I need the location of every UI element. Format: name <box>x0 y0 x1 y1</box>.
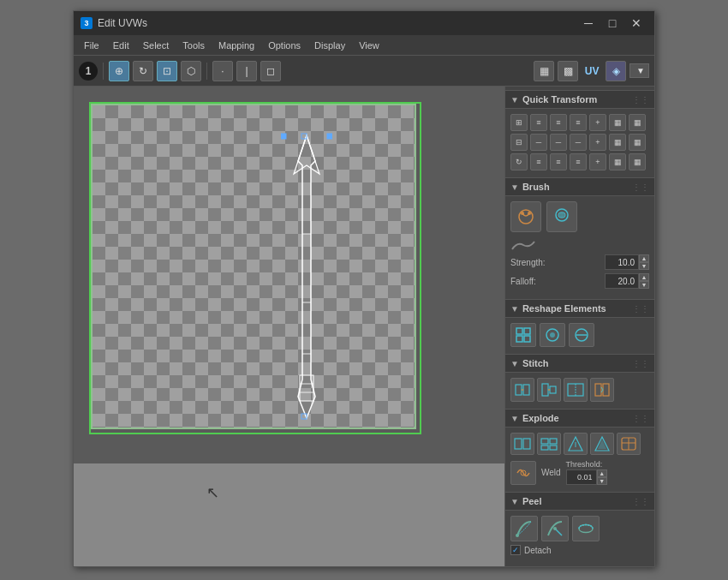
grid-s-button[interactable]: ▦ <box>609 153 626 170</box>
checker-dropdown[interactable]: ▼ <box>630 63 649 78</box>
distribute-h-button[interactable]: ≡ <box>530 114 547 131</box>
grid-h2-button[interactable]: ▦ <box>629 114 646 131</box>
close-button[interactable]: ✕ <box>625 15 647 32</box>
grid-s2-button[interactable]: ▦ <box>629 153 646 170</box>
scale-h3-button[interactable]: ≡ <box>570 153 587 170</box>
rotate-cw-button[interactable]: ↻ <box>510 153 528 170</box>
grid-v2-button[interactable]: ▦ <box>629 134 646 151</box>
plus-s-button[interactable]: + <box>589 153 606 170</box>
reshape-flatten-button[interactable] <box>569 323 594 347</box>
menu-mapping[interactable]: Mapping <box>212 35 261 55</box>
svg-rect-36 <box>523 439 530 449</box>
grid-v-button[interactable]: ▦ <box>609 134 626 151</box>
distribute-h3-button[interactable]: ≡ <box>570 114 587 131</box>
explode-4-button[interactable] <box>590 433 614 455</box>
grid-h-button[interactable]: ▦ <box>609 114 626 131</box>
menu-view[interactable]: View <box>352 35 386 55</box>
peel-1-button[interactable] <box>510 516 538 541</box>
plus-v-button[interactable]: + <box>589 134 606 151</box>
align-right-button[interactable]: ⊟ <box>510 134 528 151</box>
svg-marker-1 <box>294 135 319 174</box>
menu-select[interactable]: Select <box>136 35 176 55</box>
menu-file[interactable]: File <box>77 35 106 55</box>
weld-button[interactable] <box>510 461 536 485</box>
brush-header[interactable]: ▼ Brush ⋮⋮ <box>505 177 654 196</box>
svg-marker-44 <box>598 439 606 449</box>
relax-brush-button[interactable] <box>510 201 541 232</box>
minimize-button[interactable]: ─ <box>577 15 600 32</box>
threshold-label: Threshold: <box>566 460 607 469</box>
transform-row-3: ↻ ≡ ≡ ≡ + ▦ ▦ <box>510 153 649 170</box>
strength-up-button[interactable]: ▲ <box>639 254 649 262</box>
title-controls: ─ □ ✕ <box>577 15 647 32</box>
explode-1-button[interactable] <box>510 433 534 455</box>
material-icon-button[interactable]: ◈ <box>606 61 626 81</box>
falloff-spin: ▲ ▼ <box>639 273 649 289</box>
stitch-1-button[interactable] <box>510 378 534 402</box>
plus-h-button[interactable]: + <box>589 114 606 131</box>
threshold-down-button[interactable]: ▼ <box>597 477 607 485</box>
distribute-v-button[interactable]: ─ <box>530 134 547 151</box>
reshape-relax-button[interactable] <box>540 323 565 347</box>
checker-toggle-button[interactable]: ▦ <box>534 61 554 81</box>
explode-5-button[interactable] <box>617 433 641 455</box>
stitch-title: Stitch <box>522 358 549 368</box>
strength-spin: ▲ ▼ <box>639 254 649 270</box>
vertex-mode-button[interactable]: · <box>212 61 233 81</box>
brush-arrow-icon: ▼ <box>510 182 519 192</box>
rotate-tool-button[interactable]: ↻ <box>133 61 153 81</box>
align-left-button[interactable]: ⊞ <box>510 114 528 131</box>
explode-header[interactable]: ▼ Explode ⋮⋮ <box>505 409 654 428</box>
reshape-header[interactable]: ▼ Reshape Elements ⋮⋮ <box>505 299 654 318</box>
stitch-header[interactable]: ▼ Stitch ⋮⋮ <box>505 354 654 373</box>
peel-icon-row <box>510 516 649 541</box>
strength-down-button[interactable]: ▼ <box>639 262 649 270</box>
transform-row-1: ⊞ ≡ ≡ ≡ + ▦ ▦ <box>510 114 649 131</box>
scale-h-button[interactable]: ≡ <box>530 153 547 170</box>
quick-transform-header[interactable]: ▼ Quick Transform ⋮⋮ <box>505 90 654 109</box>
stitch-content <box>505 373 654 407</box>
detach-checkbox[interactable]: ✓ <box>510 545 521 555</box>
falloff-down-button[interactable]: ▼ <box>639 281 649 289</box>
peel-2-button[interactable] <box>541 516 569 541</box>
display-toggle-button[interactable]: ▩ <box>558 61 578 81</box>
uv-viewport[interactable]: ↖ <box>74 87 504 566</box>
checker-dropdown-arrow: ▼ <box>636 66 645 75</box>
menu-tools[interactable]: Tools <box>176 35 212 55</box>
poly-mode-button[interactable]: ◻ <box>260 61 281 81</box>
menu-display[interactable]: Display <box>307 35 352 55</box>
distribute-h2-button[interactable]: ≡ <box>550 114 567 131</box>
distribute-v3-button[interactable]: ─ <box>570 134 587 151</box>
threshold-up-button[interactable]: ▲ <box>597 469 607 477</box>
threshold-col: Threshold: ▲ ▼ <box>566 460 607 485</box>
transform-grid: ⊞ ≡ ≡ ≡ + ▦ ▦ ⊟ ─ ─ ─ <box>510 114 649 170</box>
peel-header[interactable]: ▼ Peel ⋮⋮ <box>505 492 654 511</box>
select-rect-button[interactable]: ⊡ <box>157 61 177 81</box>
stitch-3-button[interactable] <box>564 378 588 402</box>
falloff-up-button[interactable]: ▲ <box>639 273 649 281</box>
svg-rect-26 <box>523 385 529 395</box>
stitch-2-button[interactable] <box>537 378 561 402</box>
explode-3-button[interactable] <box>564 433 588 455</box>
freehand-select-button[interactable]: ⬡ <box>181 61 201 81</box>
falloff-input[interactable] <box>605 273 639 289</box>
explode-2-button[interactable] <box>537 433 561 455</box>
stitch-4-button[interactable] <box>590 378 614 402</box>
qt-arrow-icon: ▼ <box>510 95 519 105</box>
edge-mode-button[interactable]: | <box>236 61 257 81</box>
menu-options[interactable]: Options <box>261 35 307 55</box>
threshold-input[interactable] <box>566 469 597 485</box>
reshape-grid-button[interactable] <box>510 323 536 347</box>
quick-transform-content: ⊞ ≡ ≡ ≡ + ▦ ▦ ⊟ ─ ─ ─ <box>505 109 654 176</box>
uv-mesh-shape <box>281 131 332 422</box>
menu-edit[interactable]: Edit <box>106 35 136 55</box>
maximize-button[interactable]: □ <box>601 15 624 32</box>
peel-3-button[interactable] <box>572 516 600 541</box>
move-tool-button[interactable]: ⊕ <box>109 61 129 81</box>
distribute-v2-button[interactable]: ─ <box>550 134 567 151</box>
svg-point-23 <box>550 332 555 338</box>
paint-brush-button[interactable] <box>546 201 577 232</box>
scale-h2-button[interactable]: ≡ <box>550 153 567 170</box>
bottom-gray-area: ↖ <box>74 463 504 566</box>
strength-input[interactable] <box>605 254 639 270</box>
